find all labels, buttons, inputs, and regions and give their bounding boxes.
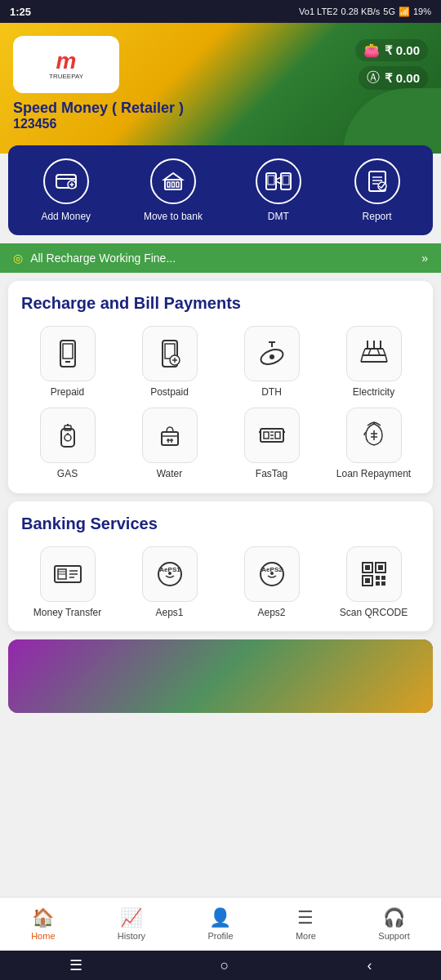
service-scan-qrcode[interactable]: Scan QRCODE [327, 546, 420, 618]
service-postpaid[interactable]: Postpaid [123, 326, 216, 398]
logo-text: m [49, 50, 83, 73]
nav-more[interactable]: ☰ More [289, 904, 323, 944]
service-fastag[interactable]: FasTag [225, 408, 318, 479]
recharge-service-grid: Prepaid Postpaid [21, 326, 420, 480]
quick-actions: Add Money Move to bank DMT [8, 145, 433, 235]
svg-rect-7 [172, 182, 174, 187]
svg-rect-88 [376, 581, 380, 586]
service-loan-repayment[interactable]: Loan Repayment [327, 408, 420, 479]
water-label: Water [157, 468, 183, 479]
dmt-label: DMT [268, 211, 289, 222]
service-aeps1[interactable]: AePS1 Aeps1 [123, 546, 216, 618]
aeps1-label: Aeps1 [155, 607, 183, 618]
action-dmt[interactable]: DMT [256, 158, 301, 222]
svg-rect-57 [275, 432, 280, 439]
svg-rect-87 [381, 576, 385, 580]
svg-line-44 [377, 349, 380, 355]
svg-line-41 [385, 355, 387, 362]
dth-label: DTH [261, 386, 282, 398]
service-gas[interactable]: GAS [21, 408, 114, 479]
svg-marker-9 [164, 173, 182, 180]
recharge-section-title: Recharge and Bill Payments [21, 294, 420, 313]
more-icon: ☰ [297, 907, 314, 929]
svg-rect-22 [63, 344, 73, 359]
svg-rect-56 [264, 432, 269, 439]
loan-repayment-icon [346, 408, 402, 463]
add-money-icon [43, 158, 89, 204]
prepaid-icon [40, 326, 96, 381]
aeps2-label: Aeps2 [257, 607, 285, 618]
money-transfer-icon [40, 546, 96, 602]
logo-container: m TRUEEPAY [13, 36, 119, 93]
service-water[interactable]: Water [123, 408, 216, 479]
service-dth[interactable]: DTH [225, 326, 318, 398]
svg-rect-45 [61, 429, 74, 447]
battery-indicator: 19% [413, 7, 431, 16]
speed-indicator: 0.28 KB/s [341, 7, 381, 16]
scan-qrcode-icon [346, 546, 402, 602]
bottom-nav: 🏠 Home 📈 History 👤 Profile ☰ More 🎧 Supp… [0, 897, 441, 951]
balance-row-2: Ⓐ ₹ 0.00 [359, 66, 428, 90]
service-electricity[interactable]: Electricity [327, 326, 420, 398]
nav-profile[interactable]: 👤 Profile [201, 904, 239, 944]
action-report[interactable]: Report [354, 158, 400, 222]
promo-inner [8, 639, 433, 713]
status-bar: 1:25 Vo1 LTE2 0.28 KB/s 5G 📶 19% [0, 0, 441, 23]
report-icon [354, 158, 400, 204]
nav-history-label: History [118, 931, 145, 941]
svg-rect-50 [162, 432, 178, 445]
svg-point-79 [270, 572, 274, 575]
svg-point-76 [168, 572, 172, 575]
prepaid-label: Prepaid [51, 386, 84, 398]
gas-icon [40, 408, 96, 463]
action-add-money[interactable]: Add Money [41, 158, 91, 222]
fastag-label: FasTag [256, 468, 287, 479]
android-back-btn[interactable]: ‹ [367, 957, 372, 974]
promo-banner [8, 639, 433, 713]
signal-icon: 📶 [399, 7, 410, 17]
svg-rect-86 [376, 576, 380, 580]
banking-section-title: Banking Services [21, 514, 420, 533]
action-move-to-bank[interactable]: Move to bank [144, 158, 203, 222]
water-icon [142, 408, 198, 463]
svg-rect-8 [176, 182, 179, 187]
dth-icon [244, 326, 300, 381]
status-banner[interactable]: ◎ All Recharge Working Fine... » [0, 243, 441, 273]
nav-history[interactable]: 📈 History [111, 904, 152, 944]
add-money-label: Add Money [41, 211, 91, 222]
aeps-icon: Ⓐ [367, 69, 380, 87]
move-to-bank-icon [150, 158, 196, 204]
connectivity-indicator: 5G [383, 7, 395, 16]
banking-service-grid: Money Transfer AePS1 Aeps1 AePS2 [21, 546, 420, 618]
money-transfer-label: Money Transfer [33, 607, 101, 618]
svg-rect-81 [365, 565, 370, 570]
balance-container: 👛 ₹ 0.00 Ⓐ ₹ 0.00 [355, 39, 428, 90]
electricity-label: Electricity [353, 386, 394, 398]
nav-more-label: More [296, 931, 316, 941]
support-icon: 🎧 [383, 907, 405, 929]
nav-support-label: Support [378, 931, 410, 941]
nav-support[interactable]: 🎧 Support [372, 904, 416, 944]
android-home-btn[interactable]: ○ [220, 957, 229, 974]
balance-amount-2: ₹ 0.00 [385, 71, 420, 86]
status-dot-icon: ◎ [13, 252, 23, 265]
postpaid-label: Postpaid [150, 386, 189, 398]
postpaid-icon [142, 326, 198, 381]
service-money-transfer[interactable]: Money Transfer [21, 546, 114, 618]
banking-section: Banking Services Money Transfer [8, 501, 433, 631]
service-prepaid[interactable]: Prepaid [21, 326, 114, 398]
scan-qrcode-label: Scan QRCODE [340, 607, 408, 618]
fastag-icon [244, 408, 300, 463]
svg-line-40 [361, 355, 363, 362]
svg-rect-89 [381, 581, 385, 586]
profile-icon: 👤 [209, 907, 231, 929]
nav-profile-label: Profile [207, 931, 233, 941]
svg-rect-6 [167, 182, 170, 187]
logo-subtext: TRUEEPAY [49, 73, 83, 80]
home-icon: 🏠 [32, 907, 54, 929]
service-aeps2[interactable]: AePS2 Aeps2 [225, 546, 318, 618]
android-menu-btn[interactable]: ☰ [69, 956, 82, 974]
svg-point-32 [270, 354, 274, 359]
nav-home[interactable]: 🏠 Home [24, 904, 61, 944]
svg-rect-85 [365, 578, 370, 583]
